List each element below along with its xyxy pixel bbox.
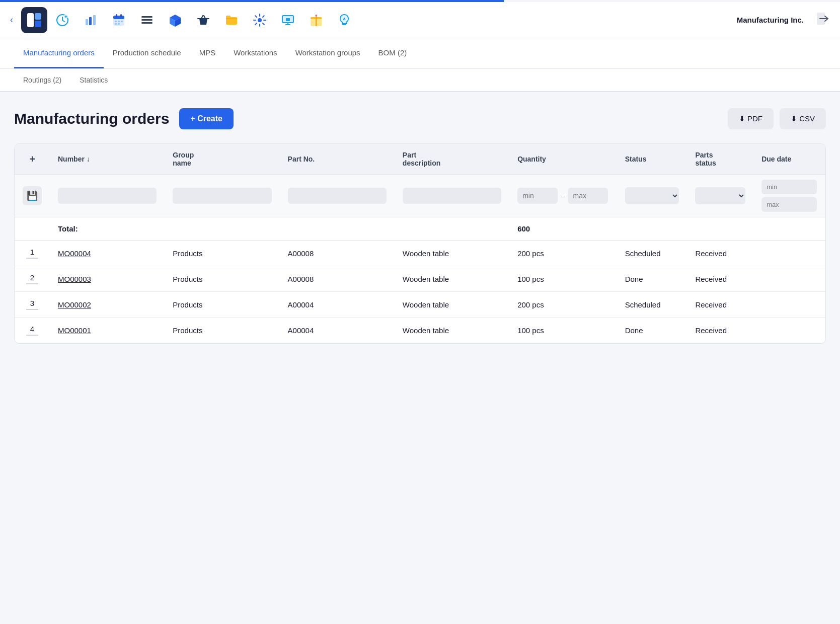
company-name: Manufacturing Inc. [737, 16, 804, 24]
list-icon-button[interactable] [134, 7, 160, 33]
svg-rect-30 [342, 24, 346, 25]
calendar-icon-button[interactable] [106, 7, 132, 33]
filter-status-select[interactable]: Scheduled Done [625, 187, 679, 204]
filter-duedate-max[interactable] [761, 197, 817, 212]
gift-icon-button[interactable] [303, 7, 329, 33]
header-actions: ⬇ PDF ⬇ CSV [728, 108, 826, 129]
svg-rect-13 [118, 21, 120, 22]
row-parts-status: Received [687, 241, 753, 266]
th-part-no[interactable]: Part No. [280, 144, 395, 175]
filter-qty-max[interactable] [568, 188, 608, 204]
filter-number-cell [50, 175, 165, 217]
row-mo-number: MO00004 [50, 241, 165, 266]
top-navigation: ‹ [0, 2, 840, 38]
row-part-no: A00004 [280, 292, 395, 318]
csv-export-button[interactable]: ⬇ CSV [780, 108, 826, 129]
filter-duedate-min[interactable] [761, 180, 817, 194]
total-row: Total: 600 [15, 217, 825, 241]
row-part-description: Wooden table [395, 266, 509, 292]
row-group-name: Products [165, 266, 279, 292]
th-status[interactable]: Status [617, 144, 688, 175]
row-part-description: Wooden table [395, 292, 509, 318]
clock-icon-button[interactable] [49, 7, 75, 33]
nav-mps[interactable]: MPS [190, 38, 225, 68]
cube-icon-button[interactable] [162, 7, 188, 33]
filter-partno-input[interactable] [288, 188, 387, 204]
page-content: Manufacturing orders + Create ⬇ PDF ⬇ CS… [0, 92, 840, 360]
th-quantity[interactable]: Quantity [509, 144, 617, 175]
svg-rect-12 [115, 21, 117, 22]
filter-save-cell: 💾 [15, 175, 50, 217]
filter-partdesc-input[interactable] [403, 188, 501, 204]
logout-button[interactable] [812, 8, 834, 33]
save-filter-button[interactable]: 💾 [23, 186, 42, 205]
create-button[interactable]: + Create [179, 108, 234, 129]
nav-production-schedule[interactable]: Production schedule [104, 38, 190, 68]
pdf-export-button[interactable]: ⬇ PDF [728, 108, 774, 129]
nav-bom[interactable]: BOM (2) [369, 38, 416, 68]
filter-qty-min[interactable] [517, 188, 558, 204]
mo-link[interactable]: MO00004 [58, 249, 91, 258]
basket-icon-button[interactable] [190, 7, 216, 33]
th-parts-status[interactable]: Partsstatus [687, 144, 753, 175]
screen-icon-button[interactable] [275, 7, 301, 33]
row-status: Done [617, 266, 688, 292]
row-number: 1 [15, 241, 50, 266]
nav-workstations[interactable]: Workstations [224, 38, 286, 68]
total-quantity: 600 [509, 217, 617, 241]
nav-manufacturing-orders[interactable]: Manufacturing orders [14, 38, 104, 68]
tertiary-navigation: Routings (2) Statistics [0, 69, 840, 92]
row-part-no: A00004 [280, 318, 395, 343]
gear-icon-button[interactable] [247, 7, 273, 33]
svg-rect-9 [113, 16, 124, 19]
th-add[interactable]: + [15, 144, 50, 175]
page-header: Manufacturing orders + Create ⬇ PDF ⬇ CS… [14, 108, 826, 129]
row-status: Done [617, 318, 688, 343]
filter-parts-status-select[interactable]: Received [695, 187, 745, 204]
row-mo-number: MO00002 [50, 292, 165, 318]
back-button[interactable]: ‹ [6, 11, 17, 29]
row-parts-status: Received [687, 292, 753, 318]
svg-rect-15 [115, 23, 117, 25]
row-part-no: A00008 [280, 241, 395, 266]
folder-icon-button[interactable] [218, 7, 245, 33]
row-due-date [753, 292, 825, 318]
svg-rect-5 [86, 19, 88, 25]
nav-workstation-groups[interactable]: Workstation groups [286, 38, 369, 68]
mo-link[interactable]: MO00002 [58, 300, 91, 309]
filter-group-input[interactable] [173, 188, 271, 204]
row-due-date [753, 241, 825, 266]
th-due-date[interactable]: Due date [753, 144, 825, 175]
filter-duedate-cell [753, 175, 825, 217]
row-group-name: Products [165, 292, 279, 318]
row-due-date [753, 266, 825, 292]
manufacturing-orders-table: + Number ↓ Groupname Part No. Partdescri… [14, 143, 826, 344]
svg-rect-16 [118, 23, 120, 25]
table-header-row: + Number ↓ Groupname Part No. Partdescri… [15, 144, 825, 175]
row-due-date [753, 318, 825, 343]
svg-rect-0 [27, 13, 34, 27]
svg-rect-11 [120, 14, 122, 17]
row-group-name: Products [165, 241, 279, 266]
th-part-description[interactable]: Partdescription [395, 144, 509, 175]
nav-statistics[interactable]: Statistics [70, 69, 117, 92]
row-quantity: 100 pcs [509, 318, 617, 343]
mo-link[interactable]: MO00001 [58, 326, 91, 335]
bulb-icon-button[interactable] [331, 7, 357, 33]
th-number[interactable]: Number ↓ [50, 144, 165, 175]
row-quantity: 200 pcs [509, 292, 617, 318]
mo-link[interactable]: MO00003 [58, 275, 91, 283]
svg-rect-7 [93, 15, 96, 25]
svg-rect-17 [141, 16, 152, 18]
table-row: 2 MO00003 Products A00008 Wooden table 1… [15, 266, 825, 292]
range-separator: – [561, 192, 565, 200]
app-logo-button[interactable] [21, 7, 47, 33]
filter-number-input[interactable] [58, 188, 157, 204]
filter-row: 💾 [15, 175, 825, 217]
table-row: 3 MO00002 Products A00004 Wooden table 2… [15, 292, 825, 318]
th-group-name[interactable]: Groupname [165, 144, 279, 175]
nav-routings[interactable]: Routings (2) [14, 69, 70, 92]
bar-chart-icon-button[interactable] [78, 7, 104, 33]
filter-qty-cell: – [509, 175, 617, 217]
total-label: Total: [50, 217, 165, 241]
